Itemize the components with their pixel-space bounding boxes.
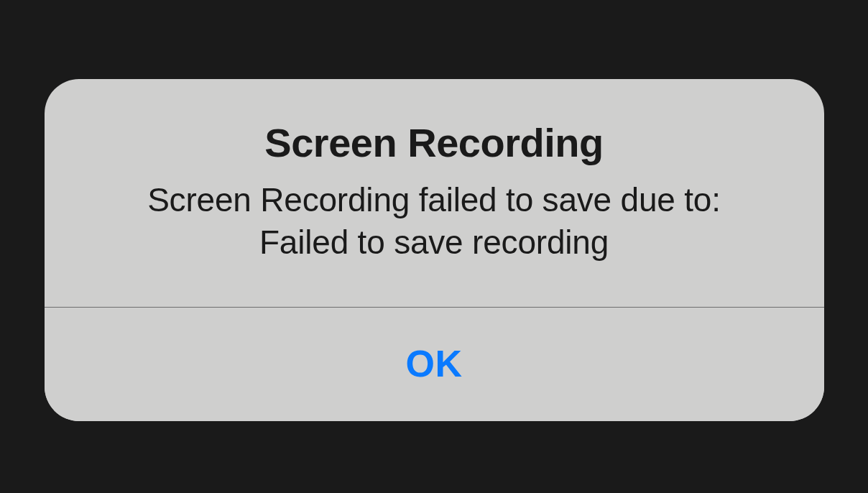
alert-message: Screen Recording failed to save due to: …	[73, 179, 795, 264]
alert-content: Screen Recording Screen Recording failed…	[45, 79, 824, 307]
ok-button[interactable]: OK	[45, 308, 824, 421]
dialog-overlay: Screen Recording Screen Recording failed…	[0, 0, 868, 493]
alert-dialog: Screen Recording Screen Recording failed…	[45, 79, 824, 421]
alert-message-line2: Failed to save recording	[259, 224, 609, 261]
alert-message-line1: Screen Recording failed to save due to:	[147, 181, 721, 218]
alert-title: Screen Recording	[73, 119, 795, 166]
